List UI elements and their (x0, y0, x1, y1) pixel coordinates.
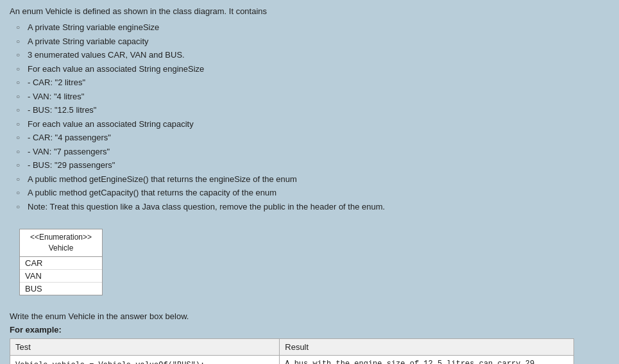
table-cell-test: Vehicle vehicle = Vehicle.valueOf("BUS")… (10, 355, 280, 364)
enum-diagram-row: VAN (20, 270, 102, 283)
enum-diagram: <<Enumeration>> Vehicle CARVANBUS (19, 229, 103, 295)
enum-diagram-body: CARVANBUS (20, 257, 102, 295)
bullet-item: A public method getCapacity() that retur… (16, 186, 609, 199)
for-example-label: For example: (10, 325, 609, 335)
bullet-item: - CAR: "4 passengers" (16, 131, 609, 144)
bullet-item: - BUS: "29 passengers" (16, 159, 609, 172)
bullet-item: - BUS: "12.5 litres" (16, 104, 609, 117)
enum-stereotype: <<Enumeration>> (30, 233, 92, 242)
table-cell-result: A bus with the engine size of 12.5 litre… (280, 355, 574, 364)
test-table: Test Result Vehicle vehicle = Vehicle.va… (10, 338, 574, 364)
bullet-item: Note: Treat this question like a Java cl… (16, 201, 609, 213)
enum-diagram-row: BUS (20, 283, 102, 295)
table-header-result: Result (280, 338, 574, 355)
table-row: Vehicle vehicle = Vehicle.valueOf("BUS")… (10, 355, 574, 364)
bullet-item: - VAN: "7 passengers" (16, 145, 609, 158)
enum-classname: Vehicle (49, 244, 74, 252)
bullet-item: - VAN: "4 litres" (16, 90, 609, 103)
table-header-test: Test (10, 338, 280, 355)
intro-text: An enum Vehicle is defined as shown in t… (10, 6, 609, 16)
bullet-item: For each value an associated String engi… (16, 63, 609, 76)
bullet-item: 3 enumerated values CAR, VAN and BUS. (16, 49, 609, 62)
enum-diagram-row: CAR (20, 257, 102, 270)
bullet-item: A private String variable capacity (16, 35, 609, 48)
bullet-item: A public method getEngineSize() that ret… (16, 173, 609, 186)
table-body: Vehicle vehicle = Vehicle.valueOf("BUS")… (10, 355, 574, 364)
enum-diagram-header: <<Enumeration>> Vehicle (20, 229, 102, 257)
bullet-item: A private String variable engineSize (16, 21, 609, 34)
bullet-item: - CAR: "2 litres" (16, 76, 609, 89)
bullet-list: A private String variable engineSizeA pr… (16, 21, 609, 213)
write-instruction: Write the enum Vehicle in the answer box… (10, 311, 609, 321)
bullet-item: For each value an associated String capa… (16, 118, 609, 131)
